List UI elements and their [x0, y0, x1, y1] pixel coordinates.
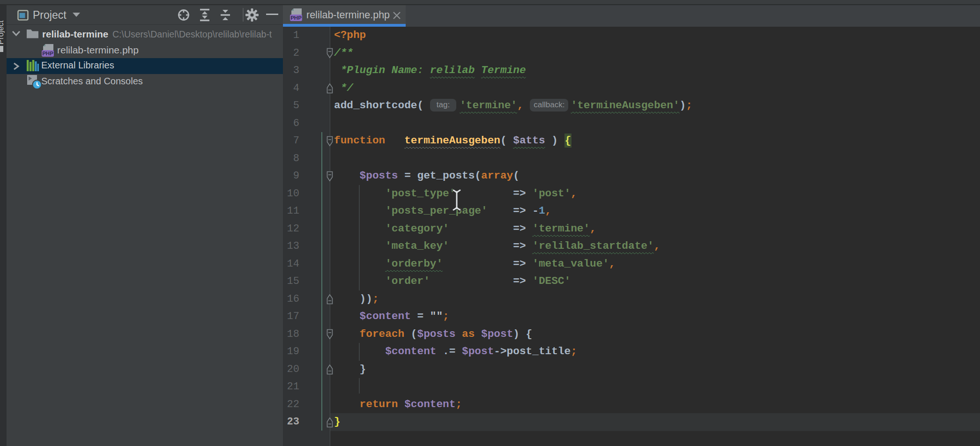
svg-text:PHP: PHP — [42, 51, 53, 56]
svg-text:PHP: PHP — [290, 15, 302, 21]
